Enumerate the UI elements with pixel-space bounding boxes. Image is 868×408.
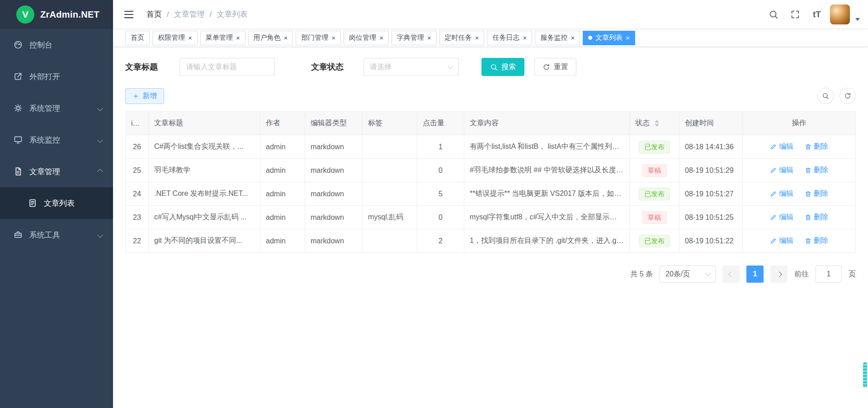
topbar-actions: tT (765, 5, 860, 24)
close-icon[interactable] (236, 34, 240, 41)
tab[interactable]: 权限管理 (152, 31, 198, 45)
tab-label: 菜单管理 (206, 33, 233, 42)
sidebar-toggle-icon[interactable] (123, 9, 135, 20)
sidebar-item[interactable]: 控制台 (0, 29, 113, 61)
search-button[interactable]: 搜索 (481, 58, 524, 76)
goto-page-input[interactable] (816, 266, 842, 283)
chevron-left-icon (728, 271, 734, 277)
edit-link[interactable]: 编辑 (770, 166, 793, 175)
cell-editor-type: markdown (305, 229, 363, 253)
article-status-label: 文章状态 (311, 62, 344, 72)
column-header-label: 状态 (635, 119, 650, 127)
close-icon[interactable] (188, 34, 192, 41)
page-number-button[interactable]: 1 (746, 266, 764, 283)
sidebar-item-label: 外部打开 (29, 71, 60, 82)
tab[interactable]: 服务监控 (535, 31, 580, 45)
column-header[interactable]: 操作 (743, 112, 856, 135)
chevron-down-icon[interactable] (855, 18, 860, 21)
delete-link[interactable]: 删除 (805, 142, 828, 152)
sidebar-item[interactable]: 文章列表 (0, 187, 113, 219)
avatar[interactable] (830, 5, 850, 24)
sidebar-item[interactable]: 系统管理 (0, 92, 113, 124)
trash-icon (805, 143, 811, 150)
cell-content: 1，找到项目所在目录下的 .git/文件夹，进入.git/... (464, 229, 630, 253)
tab[interactable]: 菜单管理 (200, 31, 245, 45)
sidebar-item-label: 系统管理 (29, 103, 60, 114)
breadcrumb-item[interactable]: 文章管理 (174, 9, 205, 19)
page-size-select[interactable]: 20条/页 (660, 266, 716, 283)
prev-page-button[interactable] (722, 266, 740, 283)
column-header[interactable]: 创建时间 (679, 112, 743, 135)
page-size-value: 20条/页 (665, 270, 690, 279)
table-header-row: id 文章标题 作者 (126, 112, 856, 135)
close-icon[interactable] (379, 34, 383, 41)
tab[interactable]: 岗位管理 (344, 31, 389, 45)
article-title-input[interactable] (179, 58, 275, 76)
edit-link[interactable]: 编辑 (770, 236, 793, 246)
edit-icon (770, 214, 777, 221)
scrollbar-thumb[interactable] (863, 362, 867, 388)
tab[interactable]: 部门管理 (296, 31, 341, 45)
close-icon[interactable] (475, 34, 479, 41)
search-icon[interactable] (765, 6, 782, 23)
article-status-select[interactable]: 请选择 (363, 58, 459, 76)
column-header[interactable]: 编辑器类型 (305, 112, 363, 135)
close-icon[interactable] (331, 34, 335, 41)
sort-icon[interactable] (142, 120, 146, 127)
edit-link[interactable]: 编辑 (770, 142, 793, 152)
close-icon[interactable] (284, 34, 288, 41)
tab[interactable]: 定时任务 (439, 31, 485, 45)
close-icon[interactable] (523, 34, 527, 41)
cell-id: 26 (126, 135, 149, 159)
table-row: 22 git 为不同的项目设置不同... admin markdown 2 1，… (126, 229, 856, 253)
breadcrumb-item[interactable]: 首页 (146, 9, 162, 19)
cell-clicks: 0 (417, 206, 464, 229)
edit-link[interactable]: 编辑 (770, 189, 793, 199)
cell-id: 23 (126, 206, 149, 229)
column-header[interactable]: 标签 (363, 112, 417, 135)
menu-item-icon (14, 104, 23, 113)
tab[interactable]: 用户角色 (248, 31, 293, 45)
sort-icon[interactable] (655, 120, 659, 127)
delete-link[interactable]: 删除 (805, 236, 828, 246)
next-page-button[interactable] (770, 266, 788, 283)
refresh-table-button[interactable] (840, 88, 856, 104)
column-header-label: 创建时间 (685, 119, 714, 127)
column-header[interactable]: 点击量 (417, 112, 464, 135)
delete-link[interactable]: 删除 (805, 166, 828, 175)
sidebar-item[interactable]: 文章管理 (0, 156, 113, 187)
app-logo[interactable]: V ZrAdmin.NET (0, 0, 113, 29)
close-icon[interactable] (427, 34, 431, 41)
cell-status: 已发布 (630, 135, 679, 159)
column-header[interactable]: id (126, 112, 149, 135)
breadcrumb-item[interactable]: 文章列表 (217, 9, 247, 19)
sidebar-item[interactable]: 系统监控 (0, 124, 113, 156)
cell-status: 已发布 (630, 182, 679, 206)
tab[interactable]: 字典管理 (392, 31, 437, 45)
trash-icon (805, 237, 811, 244)
tab[interactable]: 文章列表 (583, 31, 635, 45)
reset-button[interactable]: 重置 (534, 58, 576, 76)
table-row: 23 c#写入Mysql中文显示乱码 ... admin markdown my… (126, 206, 856, 229)
search-icon (822, 92, 829, 100)
tab[interactable]: 任务日志 (487, 31, 532, 45)
table-row: 25 羽毛球教学 admin markdown 0 #羽毛球拍参数说明 ## 中… (126, 159, 856, 182)
sidebar-item[interactable]: 系统工具 (0, 219, 113, 251)
close-icon[interactable] (626, 34, 630, 41)
fullscreen-icon[interactable] (787, 6, 804, 23)
column-header-label: id (131, 119, 140, 127)
main-area: 首页 / 文章管理 / 文章列表 tT (113, 0, 868, 408)
toggle-search-button[interactable] (817, 88, 834, 104)
column-header[interactable]: 作者 (260, 112, 305, 135)
edit-link[interactable]: 编辑 (770, 213, 793, 222)
column-header[interactable]: 文章标题 (149, 112, 260, 135)
column-header[interactable]: 状态 (630, 112, 679, 135)
tab[interactable]: 首页 (125, 31, 150, 45)
delete-link[interactable]: 删除 (805, 189, 828, 199)
font-size-icon[interactable]: tT (808, 6, 826, 23)
delete-link[interactable]: 删除 (805, 213, 828, 222)
sidebar-item[interactable]: 外部打开 (0, 61, 113, 92)
add-button[interactable]: 新增 (125, 88, 164, 104)
close-icon[interactable] (571, 34, 575, 41)
column-header[interactable]: 文章内容 (464, 112, 630, 135)
